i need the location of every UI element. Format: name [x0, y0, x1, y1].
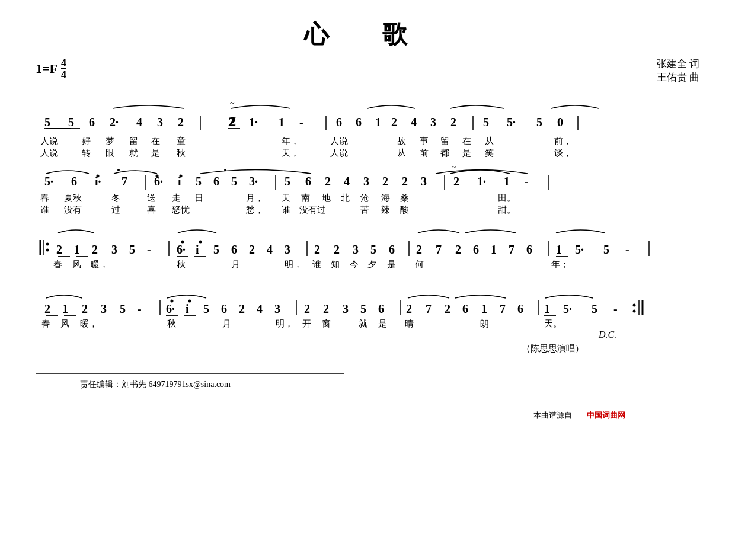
svg-text:月: 月: [231, 260, 240, 269]
svg-point-69: [156, 175, 159, 178]
svg-text:甜。: 甜。: [498, 205, 516, 215]
page: 心 歌 1=F 4 4 张建全 词 王佑贵 曲 ~: [0, 0, 735, 560]
time-signature: 4 4: [61, 57, 66, 80]
svg-text:3: 3: [353, 243, 359, 256]
svg-point-121: [46, 243, 49, 246]
svg-text:2·: 2·: [110, 116, 119, 129]
svg-text:天，: 天，: [282, 148, 299, 158]
svg-text:5: 5: [44, 116, 50, 129]
svg-text:2: 2: [92, 243, 98, 256]
svg-text:6: 6: [336, 116, 342, 129]
svg-text:1: 1: [556, 243, 562, 256]
svg-text:风: 风: [72, 260, 81, 269]
svg-text:2: 2: [334, 243, 340, 256]
svg-text:都: 都: [440, 148, 449, 158]
svg-text:谁: 谁: [282, 205, 290, 215]
svg-text:6·: 6·: [166, 302, 175, 315]
svg-text:转: 转: [82, 148, 91, 158]
svg-text:~: ~: [452, 163, 456, 172]
svg-text:冬: 冬: [111, 193, 120, 203]
svg-text:晴: 晴: [405, 319, 414, 328]
svg-text:5·: 5·: [507, 116, 516, 129]
svg-point-71: [180, 175, 183, 178]
svg-text:没有过: 没有过: [299, 205, 326, 215]
svg-text:月: 月: [222, 319, 231, 328]
svg-text:D.C.: D.C.: [598, 329, 616, 340]
svg-text:留: 留: [129, 136, 138, 146]
svg-text:知: 知: [331, 260, 340, 269]
svg-text:2: 2: [455, 243, 461, 256]
svg-text:是: 是: [151, 148, 160, 158]
svg-text:7: 7: [509, 243, 514, 256]
svg-text:桑: 桑: [400, 193, 409, 203]
svg-text:6: 6: [89, 116, 95, 129]
svg-text:0: 0: [557, 116, 563, 129]
svg-text:责任编辑：刘书先  649719791sx@sina.com: 责任编辑：刘书先 649719791sx@sina.com: [80, 380, 231, 389]
svg-text:从: 从: [397, 148, 406, 158]
svg-text:年，: 年，: [282, 136, 299, 146]
svg-text:1: 1: [279, 116, 285, 129]
svg-text:就: 就: [129, 148, 138, 158]
svg-text:童: 童: [177, 136, 186, 146]
svg-text:事: 事: [420, 136, 429, 146]
svg-text:1·: 1·: [477, 175, 486, 188]
svg-text:2: 2: [304, 302, 310, 315]
svg-text:1: 1: [491, 243, 497, 256]
svg-text:1: 1: [481, 302, 487, 315]
svg-text:2: 2: [416, 243, 422, 256]
svg-text:前，: 前，: [554, 136, 572, 146]
svg-text:3: 3: [343, 302, 349, 315]
svg-text:2: 2: [450, 116, 456, 129]
svg-text:6·: 6·: [177, 243, 186, 256]
svg-text:3: 3: [157, 116, 163, 129]
svg-text:6: 6: [389, 243, 395, 256]
svg-text:2: 2: [325, 175, 331, 188]
svg-text:5·: 5·: [563, 302, 572, 315]
svg-text:是: 是: [462, 148, 471, 158]
svg-text:2: 2: [228, 116, 234, 129]
svg-text:谁: 谁: [312, 260, 321, 269]
svg-text:海: 海: [381, 193, 390, 203]
svg-text:辣: 辣: [381, 205, 390, 215]
svg-text:4: 4: [411, 116, 417, 129]
svg-text:本曲谱源自: 本曲谱源自: [533, 411, 572, 420]
svg-text:天。: 天。: [544, 319, 562, 328]
svg-text:2: 2: [44, 302, 50, 315]
svg-text:5: 5: [129, 243, 135, 256]
svg-text:风: 风: [60, 319, 69, 328]
svg-text:2: 2: [314, 243, 320, 256]
svg-text:窗: 窗: [322, 319, 331, 328]
svg-text:谁: 谁: [40, 205, 49, 215]
svg-text:6: 6: [473, 243, 479, 256]
svg-text:6: 6: [71, 175, 77, 188]
svg-text:过: 过: [111, 205, 120, 215]
svg-text:好: 好: [82, 136, 91, 146]
svg-text:6: 6: [213, 175, 219, 188]
svg-text:6: 6: [356, 116, 362, 129]
svg-text:4: 4: [344, 175, 350, 188]
svg-text:送: 送: [147, 193, 156, 203]
svg-text:6: 6: [221, 302, 227, 315]
svg-text:留: 留: [440, 136, 449, 146]
svg-text:2: 2: [453, 175, 459, 188]
svg-text:南: 南: [301, 193, 310, 203]
svg-text:前: 前: [420, 148, 429, 158]
svg-text:日: 日: [194, 193, 203, 203]
svg-text:i: i: [186, 302, 189, 315]
svg-text:3·: 3·: [249, 175, 258, 188]
svg-text:7: 7: [122, 175, 127, 188]
svg-text:2: 2: [391, 116, 397, 129]
svg-text:5: 5: [370, 243, 376, 256]
svg-text:5·: 5·: [44, 175, 53, 188]
svg-text:3: 3: [101, 302, 107, 315]
svg-text:3: 3: [363, 175, 369, 188]
svg-text:2: 2: [445, 302, 450, 315]
svg-text:酸: 酸: [400, 205, 409, 215]
svg-text:今: 今: [350, 260, 359, 269]
svg-text:5: 5: [196, 175, 202, 188]
svg-text:中国词曲网: 中国词曲网: [587, 411, 625, 420]
svg-text:1: 1: [62, 302, 68, 315]
svg-text:5: 5: [231, 175, 237, 188]
svg-text:6: 6: [305, 175, 311, 188]
svg-text:4: 4: [136, 116, 142, 129]
